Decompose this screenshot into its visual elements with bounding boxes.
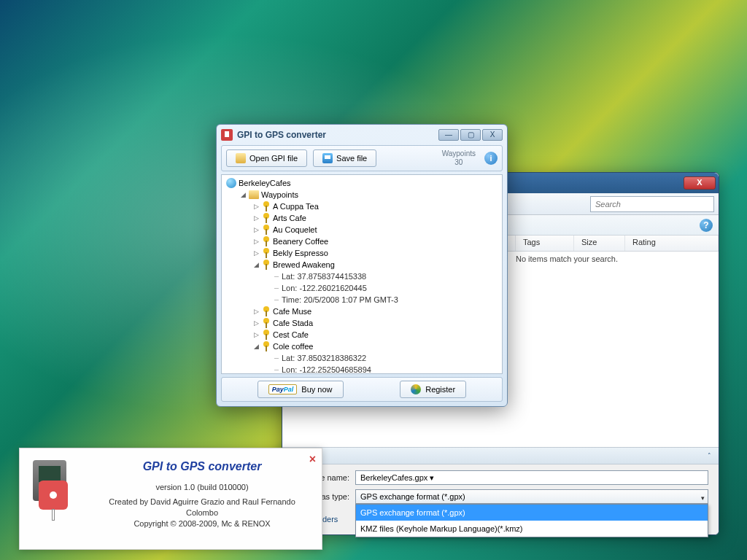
help-icon[interactable]: ? [700, 219, 713, 232]
expand-icon[interactable]: ▷ [252, 212, 260, 224]
buy-now-button[interactable]: PayPal Buy now [258, 381, 344, 398]
tree-detail: Time: 20/5/2008 1:07 PM GMT-3 [264, 294, 500, 306]
tree-item-label: A Cuppa Tea [273, 201, 319, 212]
tree-detail: Lon: -122.26021620445 [264, 282, 500, 294]
saveas-bottom-panel: File name: BerkeleyCafes.gpx ▾ Save as t… [282, 464, 719, 534]
folder-icon [236, 153, 246, 163]
waypoints-counter: Waypoints 30 [442, 149, 479, 167]
tree-item-label: Arts Cafe [273, 212, 306, 224]
open-gpi-button[interactable]: Open GPI file [226, 149, 307, 167]
tree-item[interactable]: ▷A Cuppa Tea [251, 201, 500, 212]
col-rating[interactable]: Rating [625, 236, 719, 251]
saveastype-dropdown[interactable]: GPS exchange format (*.gpx) ▾ GPS exchan… [355, 489, 708, 504]
tree-item[interactable]: ▷Beanery Coffee [251, 236, 500, 247]
tree-detail: Lat: 37.8758374415338 [264, 271, 500, 282]
collapse-icon[interactable]: ◢ [239, 189, 247, 201]
tree-item-label: Au Coquelet [273, 224, 317, 236]
pushpin-icon [262, 225, 271, 235]
folder-icon [249, 190, 259, 199]
about-dialog: × GPI to GPS converter version 1.0 (buil… [19, 448, 322, 550]
close-button[interactable]: X [482, 129, 503, 141]
tree-item-label: Cole coffee [273, 341, 313, 352]
pushpin-icon [262, 201, 271, 211]
collapse-icon[interactable]: ◢ [252, 259, 260, 271]
expand-icon[interactable]: ▷ [252, 201, 260, 212]
tree-item-label: Cafe Stada [273, 317, 313, 329]
empty-message: No items match your search. [516, 254, 618, 263]
tree-detail: Lat: 37.8503218386322 [264, 352, 500, 364]
pushpin-icon [262, 318, 271, 328]
disk-icon [322, 153, 333, 163]
main-toolbar: Open GPI file Save file Waypoints 30 i [221, 145, 503, 171]
expand-icon[interactable]: ▷ [252, 224, 260, 236]
pushpin-icon [262, 248, 271, 258]
close-button[interactable]: X [684, 176, 716, 190]
pushpin-icon [262, 330, 271, 340]
folders-bar[interactable]: Folders ˄ [282, 447, 719, 464]
col-size[interactable]: Size [574, 236, 625, 251]
saveastype-options: GPS exchange format (*.gpx) KMZ files (K… [355, 504, 708, 537]
pushpin-icon [262, 236, 271, 246]
expand-icon[interactable]: ▷ [252, 329, 260, 341]
tree-item-label: Cest Cafe [273, 329, 309, 341]
tree-item[interactable]: ▷Bekly Espresso [251, 247, 500, 259]
tree-item[interactable]: ◢Cole coffee [251, 341, 500, 352]
filename-input[interactable]: BerkeleyCafes.gpx ▾ [355, 470, 708, 485]
waypoint-tree[interactable]: BerkeleyCafes ◢ Waypoints ▷A Cuppa Tea▷A… [221, 174, 503, 374]
option-kmz[interactable]: KMZ files (Keyhole Markup Language)(*.km… [356, 521, 708, 537]
globe-icon [226, 178, 236, 188]
about-title: GPI to GPS converter [94, 459, 310, 475]
pushpin-icon [262, 341, 271, 351]
save-file-button[interactable]: Save file [313, 149, 376, 167]
expand-icon[interactable]: ▷ [252, 317, 260, 329]
register-icon [411, 384, 421, 394]
main-window: GPI to GPS converter — ▢ X Open GPI file… [216, 124, 508, 407]
tree-item-label: Beanery Coffee [273, 236, 328, 247]
pushpin-icon [262, 213, 271, 223]
tree-detail: Lon: -122.252504685894 [264, 364, 500, 374]
app-icon [221, 129, 233, 141]
paypal-icon: PayPal [268, 384, 298, 394]
maximize-button[interactable]: ▢ [460, 129, 481, 141]
expand-icon[interactable]: ▷ [252, 236, 260, 247]
main-footer: PayPal Buy now Register [221, 377, 503, 402]
close-icon[interactable]: × [309, 453, 316, 466]
search-input[interactable] [590, 196, 714, 212]
about-version: version 1.0 (build 010000) [94, 482, 310, 493]
chevron-up-icon: ˄ [708, 447, 711, 464]
tree-item[interactable]: ▷Arts Cafe [251, 212, 500, 224]
minimize-button[interactable]: — [438, 129, 459, 141]
col-tags[interactable]: Tags [516, 236, 574, 251]
chevron-down-icon[interactable]: ▾ [430, 473, 434, 482]
tree-item[interactable]: ▷Cafe Muse [251, 306, 500, 317]
option-gpx[interactable]: GPS exchange format (*.gpx) [356, 505, 708, 521]
about-logo [28, 460, 80, 511]
register-button[interactable]: Register [400, 381, 466, 398]
collapse-icon[interactable]: ◢ [252, 341, 260, 352]
tree-item[interactable]: ▷Au Coquelet [251, 224, 500, 236]
tree-item-label: Bekly Espresso [273, 247, 328, 259]
main-titlebar[interactable]: GPI to GPS converter — ▢ X [217, 125, 507, 145]
expand-icon[interactable]: ▷ [252, 247, 260, 259]
tree-root[interactable]: BerkeleyCafes [225, 177, 500, 189]
window-title: GPI to GPS converter [237, 130, 438, 140]
chevron-down-icon[interactable]: ▾ [701, 491, 705, 505]
about-copyright: Copyright © 2008-2009, Mc & RENOX [94, 518, 310, 529]
tree-item-label: Cafe Muse [273, 306, 311, 317]
tree-item[interactable]: ◢Brewed Awakeng [251, 259, 500, 271]
tree-item-label: Brewed Awakeng [273, 259, 335, 271]
about-created: Created by David Aguirre Grazio and Raul… [94, 497, 310, 518]
pushpin-icon [262, 260, 271, 270]
expand-icon[interactable]: ▷ [252, 306, 260, 317]
tree-item[interactable]: ▷Cafe Stada [251, 317, 500, 329]
pushpin-icon [262, 306, 271, 316]
tree-item[interactable]: ▷Cest Cafe [251, 329, 500, 341]
info-icon[interactable]: i [484, 152, 498, 165]
tree-folder-waypoints[interactable]: ◢ Waypoints [238, 189, 500, 201]
